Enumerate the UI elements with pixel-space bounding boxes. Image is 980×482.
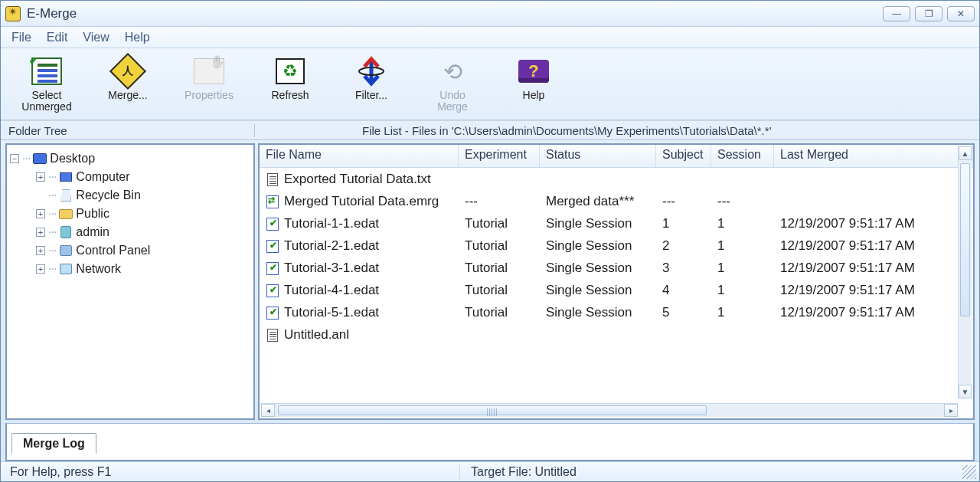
menu-help[interactable]: Help xyxy=(125,31,150,44)
recycle-icon xyxy=(59,189,73,202)
merge-icon: 人 xyxy=(111,54,145,88)
computer-icon xyxy=(59,171,73,183)
scroll-down-icon[interactable]: ▼ xyxy=(959,385,972,398)
file-name: Untitled.anl xyxy=(284,327,349,342)
text-file-icon xyxy=(266,172,279,186)
horizontal-scrollbar[interactable]: ◂ ▸ xyxy=(261,403,958,417)
window-buttons: — ❐ ✕ xyxy=(883,6,975,21)
resize-grip-icon[interactable] xyxy=(962,465,976,479)
scroll-up-icon[interactable]: ▲ xyxy=(959,146,972,160)
col-experiment[interactable]: Experiment xyxy=(459,145,540,167)
undo-merge-button: ⟲ Undo Merge xyxy=(422,54,483,113)
file-rows: Exported Tutorial Data.txtMerged Tutoria… xyxy=(260,168,973,418)
merge-log-tab[interactable]: Merge Log xyxy=(11,433,96,454)
col-last-merged[interactable]: Last Merged xyxy=(774,145,973,167)
refresh-button[interactable]: ♻ Refresh xyxy=(260,54,321,101)
merge-button[interactable]: 人 Merge... xyxy=(97,54,158,101)
column-headers: File Name Experiment Status Subject Sess… xyxy=(260,145,973,168)
menu-edit[interactable]: Edit xyxy=(47,31,68,44)
tree-node-desktop[interactable]: − ··· Desktop xyxy=(10,149,250,168)
tree-node[interactable]: +···Network xyxy=(10,260,250,278)
col-subject[interactable]: Subject xyxy=(656,145,711,167)
file-name: Tutorial-4-1.edat xyxy=(284,283,379,297)
desktop-icon xyxy=(33,152,47,165)
scroll-right-icon[interactable]: ▸ xyxy=(944,404,958,417)
tree-node[interactable]: +···admin xyxy=(10,223,250,241)
help-button[interactable]: ? Help xyxy=(503,54,564,101)
filter-icon xyxy=(354,54,388,88)
tree-node[interactable]: ···Recycle Bin xyxy=(10,186,250,205)
table-row[interactable]: Tutorial-4-1.edatTutorialSingle Session4… xyxy=(260,279,973,301)
col-file-name[interactable]: File Name xyxy=(260,145,459,167)
table-row[interactable]: Tutorial-5-1.edatTutorialSingle Session5… xyxy=(260,301,973,323)
file-list: File Name Experiment Status Subject Sess… xyxy=(258,143,975,420)
table-row[interactable]: Tutorial-1-1.edatTutorialSingle Session1… xyxy=(260,212,973,234)
vertical-scrollbar[interactable]: ▲ ▼ xyxy=(958,146,972,398)
file-name: Tutorial-1-1.edat xyxy=(284,216,379,231)
folder-icon xyxy=(59,208,73,220)
tree-label: Recycle Bin xyxy=(76,189,140,202)
folder-tree-header: Folder Tree xyxy=(1,124,255,137)
edat-file-icon xyxy=(266,284,279,297)
folder-tree[interactable]: − ··· Desktop +···Computer···Recycle Bin… xyxy=(5,143,255,420)
undo-merge-icon: ⟲ xyxy=(436,54,469,88)
merge-log-tabbar: Merge Log xyxy=(5,423,975,454)
select-unmerged-button[interactable]: ✔ Select Unmerged xyxy=(16,54,77,113)
table-row[interactable]: Exported Tutorial Data.txt xyxy=(260,168,973,190)
select-unmerged-icon: ✔ xyxy=(30,54,64,88)
file-name: Tutorial-3-1.edat xyxy=(284,261,379,275)
window-title: E-Merge xyxy=(27,6,883,21)
properties-icon xyxy=(192,54,226,88)
edat-file-icon xyxy=(266,306,279,320)
filter-button[interactable]: Filter... xyxy=(341,54,402,101)
cpanel-icon xyxy=(59,244,73,257)
maximize-button[interactable]: ❐ xyxy=(915,6,942,21)
table-row[interactable]: Untitled.anl xyxy=(260,323,973,346)
table-row[interactable]: Tutorial-2-1.edatTutorialSingle Session2… xyxy=(260,234,973,257)
app-window: E-Merge — ❐ ✕ File Edit View Help ✔ Sele… xyxy=(0,0,980,482)
status-bar: For Help, press F1 Target File: Untitled xyxy=(1,461,979,481)
app-icon xyxy=(5,6,21,21)
scroll-thumb[interactable] xyxy=(960,163,970,316)
emrg-file-icon xyxy=(266,195,279,208)
pane-header: Folder Tree File List - Files in 'C:\Use… xyxy=(1,120,979,140)
tree-label: Public xyxy=(76,207,109,221)
minimize-button[interactable]: — xyxy=(883,6,910,21)
merge-log-panel xyxy=(5,454,975,461)
admin-icon xyxy=(59,226,73,238)
edat-file-icon xyxy=(266,217,279,231)
hscroll-thumb[interactable] xyxy=(278,405,707,415)
collapse-icon[interactable]: − xyxy=(10,154,19,163)
file-name: Exported Tutorial Data.txt xyxy=(284,172,431,186)
main-area: − ··· Desktop +···Computer···Recycle Bin… xyxy=(1,140,979,423)
file-name: Tutorial-2-1.edat xyxy=(284,238,379,253)
table-row[interactable]: Merged Tutorial Data.emrg---Merged data*… xyxy=(260,190,973,212)
refresh-icon: ♻ xyxy=(273,54,307,88)
scroll-left-icon[interactable]: ◂ xyxy=(261,404,275,417)
expand-icon[interactable]: + xyxy=(36,209,45,218)
expand-icon[interactable]: + xyxy=(36,246,45,255)
tree-label: Network xyxy=(76,262,121,276)
col-session[interactable]: Session xyxy=(711,145,774,167)
tree-node[interactable]: +···Public xyxy=(10,205,250,223)
col-status[interactable]: Status xyxy=(540,145,656,167)
edat-file-icon xyxy=(266,261,279,275)
tree-label: Desktop xyxy=(50,152,95,166)
expand-icon[interactable]: + xyxy=(36,228,45,237)
network-icon xyxy=(59,263,73,275)
table-row[interactable]: Tutorial-3-1.edatTutorialSingle Session3… xyxy=(260,257,973,279)
status-target: Target File: Untitled xyxy=(460,465,962,479)
expand-icon[interactable]: + xyxy=(36,172,45,182)
file-name: Merged Tutorial Data.emrg xyxy=(284,194,439,208)
tree-label: admin xyxy=(76,225,109,239)
menu-file[interactable]: File xyxy=(11,31,31,44)
tree-label: Computer xyxy=(76,170,129,184)
file-name: Tutorial-5-1.edat xyxy=(284,305,379,320)
tree-node[interactable]: +···Control Panel xyxy=(10,241,250,260)
menu-bar: File Edit View Help xyxy=(1,27,979,48)
menu-view[interactable]: View xyxy=(83,31,109,44)
expand-icon[interactable]: + xyxy=(36,264,45,274)
close-button[interactable]: ✕ xyxy=(947,6,975,21)
tree-label: Control Panel xyxy=(76,244,150,257)
tree-node[interactable]: +···Computer xyxy=(10,168,250,186)
